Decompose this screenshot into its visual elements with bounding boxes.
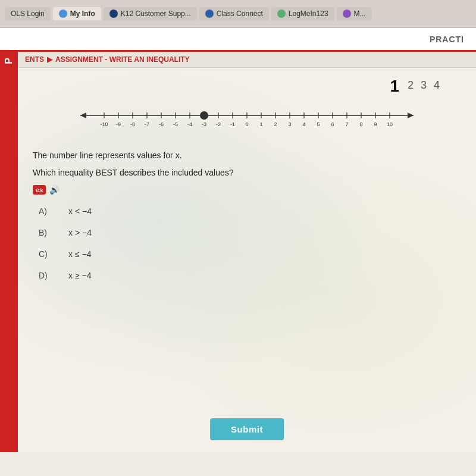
svg-marker-1 xyxy=(80,112,86,118)
question-number-row: 1 2 3 4 xyxy=(33,77,461,96)
k12-icon xyxy=(109,10,118,18)
question-line1: The number line represents values for x. xyxy=(33,149,461,162)
choice-letter-b: B) xyxy=(39,228,51,237)
sidebar-letter: P xyxy=(4,58,14,64)
logmein-icon xyxy=(277,10,286,18)
tab-label: Class Connect xyxy=(217,10,263,18)
number-line-container: -10 -9 -8 -7 -6 -5 -4 -3 -2 -1 0 1 2 3 4… xyxy=(33,105,461,134)
breadcrumb-arrow-icon: ▶ xyxy=(47,55,52,64)
svg-text:3: 3 xyxy=(288,121,291,127)
tab-my-info[interactable]: My Info xyxy=(53,7,101,20)
question-text: The number line represents values for x.… xyxy=(33,149,461,179)
choice-value-d: x ≥ −4 xyxy=(68,271,91,280)
content-area: ENTS ▶ ASSIGNMENT - WRITE AN INEQUALITY … xyxy=(18,52,476,452)
svg-text:-2: -2 xyxy=(216,121,221,127)
speaker-icon[interactable]: 🔊 xyxy=(49,185,60,195)
choice-value-a: x < −4 xyxy=(68,206,92,216)
svg-text:8: 8 xyxy=(359,121,362,127)
more-icon xyxy=(343,10,351,18)
svg-text:-9: -9 xyxy=(116,121,121,127)
current-question-number: 1 xyxy=(390,77,399,96)
svg-text:-3: -3 xyxy=(202,121,206,127)
svg-text:2: 2 xyxy=(274,121,277,127)
tab-ols-login[interactable]: OLS Login xyxy=(5,7,51,20)
number-line-svg: -10 -9 -8 -7 -6 -5 -4 -3 -2 -1 0 1 2 3 4… xyxy=(74,105,419,134)
submit-area: Submit xyxy=(210,418,284,440)
choice-value-c: x ≤ −4 xyxy=(68,249,91,259)
svg-text:5: 5 xyxy=(317,121,320,127)
tab-label: M... xyxy=(354,10,366,18)
answer-choice-d[interactable]: D) x ≥ −4 xyxy=(39,271,461,280)
question-page: 1 2 3 4 xyxy=(18,68,476,452)
tab-class-connect[interactable]: Class Connect xyxy=(199,7,269,20)
question-number-3[interactable]: 3 xyxy=(417,77,430,96)
choice-letter-c: C) xyxy=(39,249,51,259)
main-area: P ENTS ▶ ASSIGNMENT - WRITE AN INEQUALIT… xyxy=(0,52,476,452)
breadcrumb-part1: ENTS xyxy=(25,55,44,64)
top-bar-title: PRACTI xyxy=(430,35,464,44)
question-number-4[interactable]: 4 xyxy=(430,77,443,96)
my-info-icon xyxy=(59,10,67,18)
tab-label: K12 Customer Supp... xyxy=(121,10,191,18)
tab-k12-support[interactable]: K12 Customer Supp... xyxy=(104,7,197,20)
answer-choice-b[interactable]: B) x > −4 xyxy=(39,228,461,237)
svg-text:-5: -5 xyxy=(173,121,178,127)
answer-choice-a[interactable]: A) x < −4 xyxy=(39,206,461,216)
es-button[interactable]: es xyxy=(33,185,46,195)
svg-text:-4: -4 xyxy=(187,121,192,127)
answer-choice-c[interactable]: C) x ≤ −4 xyxy=(39,249,461,259)
svg-text:10: 10 xyxy=(387,121,393,127)
svg-text:9: 9 xyxy=(374,121,377,127)
answer-choices: A) x < −4 B) x > −4 C) x ≤ −4 D) x ≥ −4 xyxy=(33,206,461,280)
svg-text:6: 6 xyxy=(331,121,334,127)
tab-more[interactable]: M... xyxy=(337,7,372,20)
number-line-dot xyxy=(200,111,208,120)
question-line2: Which inequality BEST describes the incl… xyxy=(33,167,461,179)
choice-value-b: x > −4 xyxy=(68,228,92,237)
top-bar: PRACTI xyxy=(0,28,476,52)
question-number-2[interactable]: 2 xyxy=(404,77,417,96)
tab-logmein[interactable]: LogMeIn123 xyxy=(271,7,334,20)
svg-text:0: 0 xyxy=(245,121,248,127)
tab-label: My Info xyxy=(70,10,95,18)
breadcrumb-part2: ASSIGNMENT - WRITE AN INEQUALITY xyxy=(55,55,190,64)
es-row: es 🔊 xyxy=(33,185,461,195)
breadcrumb: ENTS ▶ ASSIGNMENT - WRITE AN INEQUALITY xyxy=(18,52,476,68)
tab-label: OLS Login xyxy=(11,10,45,18)
choice-letter-a: A) xyxy=(39,206,51,216)
svg-text:-10: -10 xyxy=(100,121,108,127)
svg-marker-2 xyxy=(408,112,414,118)
svg-text:4: 4 xyxy=(302,121,305,127)
sidebar-strip: P xyxy=(0,52,18,452)
submit-button[interactable]: Submit xyxy=(210,418,284,440)
tab-label: LogMeIn123 xyxy=(289,10,328,18)
svg-text:-6: -6 xyxy=(159,121,164,127)
svg-text:7: 7 xyxy=(345,121,348,127)
svg-text:-8: -8 xyxy=(130,121,135,127)
tab-bar: OLS Login My Info K12 Customer Supp... C… xyxy=(0,0,476,28)
class-connect-icon xyxy=(205,10,214,18)
svg-text:-1: -1 xyxy=(230,121,235,127)
svg-text:1: 1 xyxy=(259,121,262,127)
svg-text:-7: -7 xyxy=(145,121,149,127)
choice-letter-d: D) xyxy=(39,271,51,280)
